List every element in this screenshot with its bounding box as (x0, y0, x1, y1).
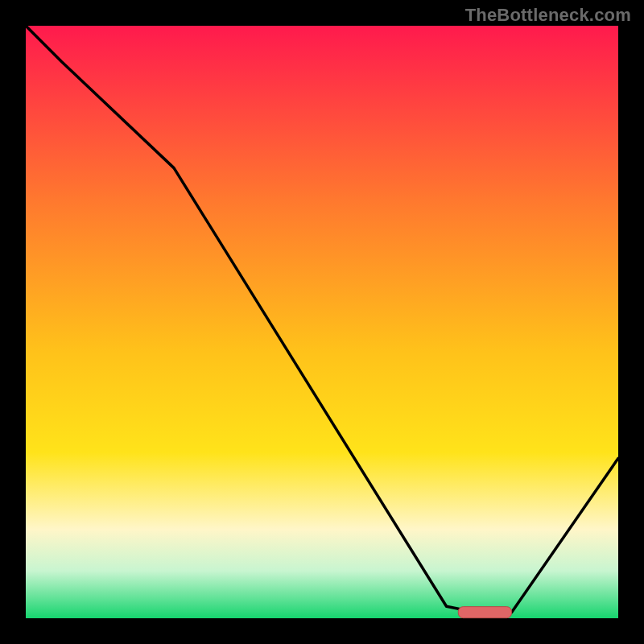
watermark-text: TheBottleneck.com (465, 5, 631, 26)
plot-area (26, 26, 618, 618)
chart-frame: TheBottleneck.com (0, 0, 644, 644)
gradient-background (26, 26, 618, 618)
bottleneck-chart (0, 0, 644, 644)
minimum-marker (458, 607, 511, 618)
